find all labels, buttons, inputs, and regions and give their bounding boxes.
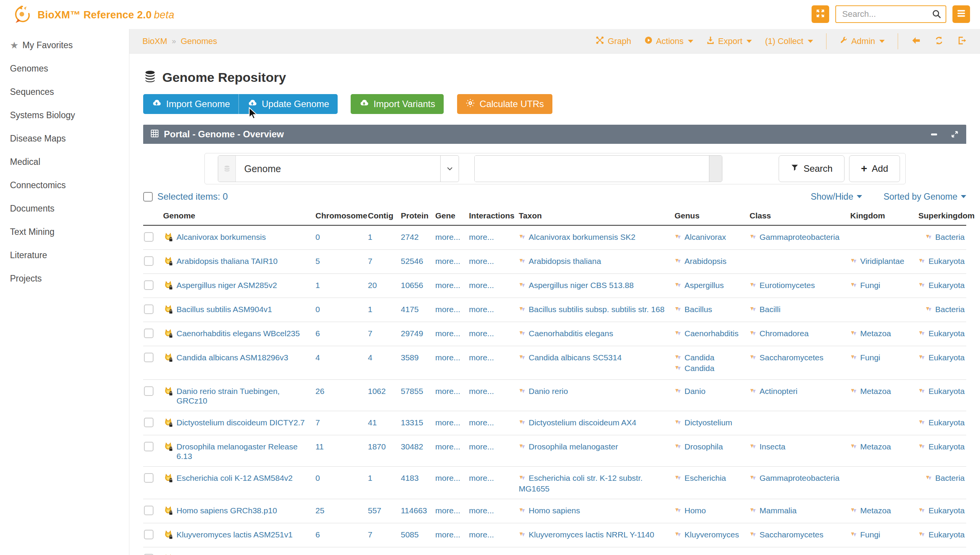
- class-link[interactable]: Gammaproteobacteria: [760, 233, 840, 241]
- contig-count-link[interactable]: 1: [368, 474, 372, 482]
- chromosome-count-link[interactable]: 7: [315, 418, 320, 427]
- contig-count-link[interactable]: 20: [368, 281, 377, 290]
- superkingdom-link[interactable]: Eukaryota: [928, 257, 965, 265]
- chromosome-count-link[interactable]: 5: [315, 257, 320, 265]
- gene-more-link[interactable]: more...: [435, 329, 460, 338]
- contig-count-link[interactable]: 41: [368, 418, 377, 427]
- expand-arrows-button[interactable]: [812, 5, 829, 23]
- genus-link[interactable]: Escherichia: [684, 474, 726, 482]
- taxon-link[interactable]: Dictyostelium discoideum AX4: [529, 418, 636, 427]
- import-genome-button[interactable]: Import Genome: [143, 94, 239, 114]
- chromosome-count-link[interactable]: 6: [315, 530, 320, 539]
- interactions-more-link[interactable]: more...: [469, 233, 494, 241]
- sidebar-item-literature[interactable]: Literature: [0, 244, 129, 267]
- genome-link[interactable]: Candida albicans ASM18296v3: [176, 353, 288, 362]
- genus-link[interactable]: Drosophila: [684, 442, 723, 451]
- class-link[interactable]: Mammalia: [760, 506, 797, 515]
- genus-link[interactable]: Candida: [684, 353, 714, 362]
- genome-link[interactable]: Bacillus subtilis ASM904v1: [176, 304, 272, 314]
- gene-more-link[interactable]: more...: [435, 442, 460, 451]
- protein-count-link[interactable]: 114663: [401, 506, 427, 515]
- row-checkbox[interactable]: [144, 256, 154, 266]
- genome-link[interactable]: Kluyveromyces lactis ASM251v1: [176, 530, 292, 539]
- protein-count-link[interactable]: 4183: [401, 474, 419, 482]
- gene-more-link[interactable]: more...: [435, 305, 460, 314]
- export-dropdown[interactable]: Export: [706, 36, 752, 47]
- interactions-more-link[interactable]: more...: [469, 474, 494, 482]
- sidebar-item-text-mining[interactable]: Text Mining: [0, 220, 129, 244]
- interactions-more-link[interactable]: more...: [469, 305, 494, 314]
- class-link[interactable]: Gammaproteobacteria: [760, 474, 840, 482]
- global-search-input[interactable]: [835, 5, 946, 23]
- chromosome-count-link[interactable]: 4: [315, 353, 320, 362]
- genome-link[interactable]: Danio rerio strain Tuebingen, GRCz10: [176, 386, 312, 405]
- kingdom-link[interactable]: Metazoa: [860, 329, 891, 338]
- interactions-more-link[interactable]: more...: [469, 387, 494, 395]
- row-checkbox[interactable]: [144, 530, 154, 539]
- class-link[interactable]: Saccharomycetes: [760, 530, 823, 539]
- row-checkbox[interactable]: [144, 353, 154, 362]
- genome-link[interactable]: Drosophila melanogaster Release 6.13: [176, 442, 312, 461]
- contig-count-link[interactable]: 557: [368, 506, 381, 515]
- actions-dropdown[interactable]: Actions: [644, 36, 693, 47]
- row-checkbox[interactable]: [144, 506, 154, 515]
- protein-count-link[interactable]: 52546: [401, 257, 423, 265]
- interactions-more-link[interactable]: more...: [469, 353, 494, 362]
- protein-count-link[interactable]: 30482: [401, 442, 423, 451]
- superkingdom-link[interactable]: Bacteria: [935, 305, 965, 314]
- taxon-link[interactable]: Kluyveromyces lactis NRRL Y-1140: [529, 530, 654, 539]
- genus-link[interactable]: Kluyveromyces: [684, 530, 739, 539]
- chromosome-count-link[interactable]: 6: [315, 329, 320, 338]
- kingdom-link[interactable]: Fungi: [860, 281, 880, 290]
- expand-panel-icon[interactable]: [950, 130, 959, 139]
- superkingdom-link[interactable]: Eukaryota: [928, 329, 965, 338]
- superkingdom-link[interactable]: Eukaryota: [928, 418, 965, 427]
- interactions-more-link[interactable]: more...: [469, 506, 494, 515]
- chromosome-count-link[interactable]: 0: [315, 233, 320, 241]
- row-checkbox[interactable]: [144, 418, 154, 427]
- back-button[interactable]: [911, 36, 921, 47]
- genus-link[interactable]: Dictyostelium: [684, 418, 732, 427]
- protein-count-link[interactable]: 10656: [401, 281, 423, 290]
- contig-count-link[interactable]: 1: [368, 233, 372, 241]
- superkingdom-link[interactable]: Bacteria: [935, 474, 965, 482]
- superkingdom-link[interactable]: Eukaryota: [928, 353, 965, 362]
- breadcrumb-bioxm[interactable]: BioXM: [142, 36, 167, 46]
- protein-count-link[interactable]: 57855: [401, 387, 423, 395]
- chromosome-count-link[interactable]: 1: [315, 281, 320, 290]
- gene-more-link[interactable]: more...: [435, 233, 460, 241]
- class-link[interactable]: Saccharomycetes: [760, 353, 823, 362]
- sidebar-item-systems-biology[interactable]: Systems Biology: [0, 104, 129, 127]
- row-checkbox[interactable]: [144, 280, 154, 290]
- taxon-link[interactable]: Danio rerio: [529, 387, 568, 395]
- taxon-link[interactable]: Aspergillus niger CBS 513.88: [529, 281, 634, 290]
- interactions-more-link[interactable]: more...: [469, 418, 494, 427]
- minimize-icon[interactable]: [929, 130, 939, 139]
- genus-link[interactable]: Danio: [684, 387, 706, 395]
- search-icon[interactable]: [932, 9, 942, 21]
- kingdom-link[interactable]: Metazoa: [860, 442, 891, 451]
- taxon-link[interactable]: Bacillus subtilis subsp. subtilis str. 1…: [529, 305, 665, 314]
- class-link[interactable]: Eurotiomycetes: [760, 281, 815, 290]
- interactions-more-link[interactable]: more...: [469, 442, 494, 451]
- sidebar-item-my-favorites[interactable]: ★ My Favorites: [0, 34, 129, 57]
- chromosome-count-link[interactable]: 0: [315, 305, 320, 314]
- gene-more-link[interactable]: more...: [435, 530, 460, 539]
- contig-count-link[interactable]: 1062: [368, 387, 386, 395]
- class-link[interactable]: Chromadorea: [760, 329, 808, 338]
- kingdom-link[interactable]: Metazoa: [860, 387, 891, 395]
- sidebar-item-documents[interactable]: Documents: [0, 197, 129, 220]
- protein-count-link[interactable]: 4175: [401, 305, 419, 314]
- sidebar-item-disease-maps[interactable]: Disease Maps: [0, 127, 129, 150]
- calculate-utrs-button[interactable]: Calculate UTRs: [457, 94, 552, 114]
- row-checkbox[interactable]: [144, 232, 154, 242]
- genome-link[interactable]: Dictyostelium discoideum DICTY2.7: [176, 418, 305, 427]
- add-button[interactable]: + Add: [849, 155, 900, 182]
- superkingdom-link[interactable]: Eukaryota: [928, 442, 965, 451]
- contig-count-link[interactable]: 7: [368, 530, 372, 539]
- genus-link[interactable]: Aspergillus: [684, 281, 724, 290]
- class-link[interactable]: Bacilli: [760, 305, 781, 314]
- taxon-link[interactable]: Homo sapiens: [529, 506, 580, 515]
- gene-more-link[interactable]: more...: [435, 506, 460, 515]
- genus-link[interactable]: Bacillus: [684, 305, 712, 314]
